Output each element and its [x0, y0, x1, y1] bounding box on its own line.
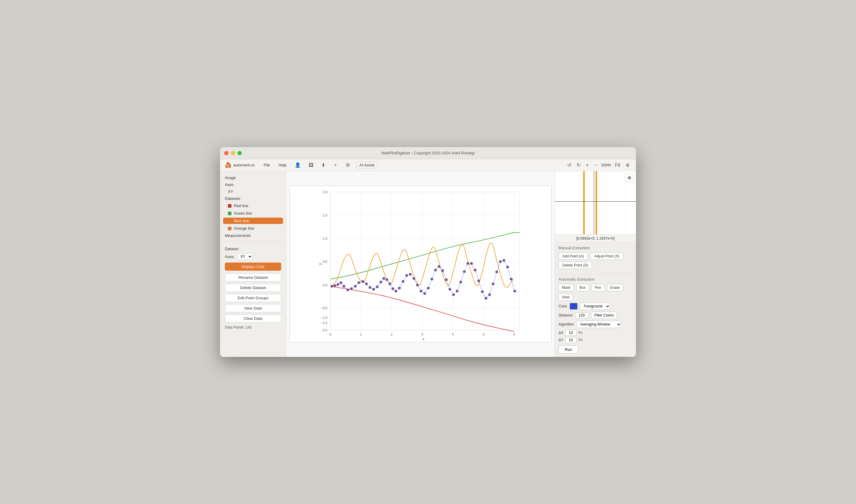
- extraction-row1: Mask Box Pen Erase View: [558, 284, 632, 301]
- automatic-extraction-section: Automatic Extraction Mask Box Pen Erase …: [555, 274, 636, 357]
- dataset-name-orange: Orange line: [234, 226, 254, 231]
- app-window: WebPlotDigitizer - Copyright 2010-2024 A…: [220, 147, 636, 357]
- dataset-item-blue[interactable]: Blue line: [223, 218, 283, 224]
- menu-file[interactable]: File: [262, 162, 272, 168]
- delta-x-input[interactable]: [565, 330, 576, 336]
- dataset-name-green: Green line: [234, 211, 252, 216]
- svg-text:−1.5: −1.5: [321, 321, 328, 325]
- view-button[interactable]: View: [558, 293, 573, 301]
- svg-text:0: 0: [329, 332, 331, 336]
- display-color-button[interactable]: Display Color: [225, 263, 281, 271]
- manual-extraction-title: Manual Extraction: [558, 246, 632, 250]
- datasets-label: Datasets: [223, 196, 283, 201]
- plot-area[interactable]: 2.0 1.5 1.0 0.5 0.0 −0.5 −1.0 −1.5 −2.0 …: [286, 171, 555, 357]
- logo-icon: [225, 162, 231, 168]
- erase-button[interactable]: Erase: [607, 284, 623, 291]
- zoom-level: 100%: [601, 163, 611, 167]
- distance-label: Distance: [558, 313, 573, 318]
- crosshair-icon[interactable]: ⊕: [624, 161, 631, 169]
- svg-text:2.0: 2.0: [323, 190, 327, 194]
- ai-assist-button[interactable]: AI Assist: [356, 162, 378, 168]
- clear-data-button[interactable]: Clear Data: [225, 314, 281, 323]
- minimize-button[interactable]: [231, 151, 235, 155]
- menu-help[interactable]: Help: [277, 162, 288, 168]
- dataset-item-orange[interactable]: Orange line: [223, 225, 283, 232]
- dataset-item-green[interactable]: Green line: [223, 210, 283, 216]
- dataset-name-red: Red line: [234, 203, 248, 208]
- download-icon[interactable]: ⬇: [320, 161, 327, 169]
- color-picker-swatch[interactable]: [570, 303, 577, 310]
- settings-icon[interactable]: ⚙: [344, 161, 352, 169]
- algorithm-select[interactable]: Averaging Window: [576, 321, 622, 328]
- svg-rect-1: [229, 164, 231, 168]
- color-label: Color: [558, 304, 567, 308]
- svg-rect-0: [226, 165, 228, 168]
- delta-x-row: ΔX Px: [558, 330, 632, 336]
- axes-select[interactable]: XY: [237, 253, 253, 260]
- delete-dataset-button[interactable]: Delete Dataset: [225, 284, 281, 292]
- gear-button[interactable]: ⚙: [625, 174, 634, 182]
- view-data-button[interactable]: View Data: [225, 304, 281, 312]
- svg-text:5: 5: [483, 332, 484, 336]
- add-icon[interactable]: ＋: [332, 161, 339, 169]
- delete-point-button[interactable]: Delete Point (D): [558, 262, 592, 269]
- axes-sub-label[interactable]: XY: [223, 189, 283, 194]
- dataset-item-red[interactable]: Red line: [223, 202, 283, 209]
- rotate-right-icon[interactable]: ↻: [575, 161, 582, 169]
- close-button[interactable]: [224, 151, 229, 155]
- rename-dataset-button[interactable]: Rename Dataset: [225, 273, 281, 282]
- data-points-label: Data Points: 143: [223, 324, 283, 331]
- titlebar: WebPlotDigitizer - Copyright 2010-2024 A…: [220, 147, 636, 159]
- mask-button[interactable]: Mask: [558, 284, 574, 291]
- run-button[interactable]: Run: [558, 345, 578, 354]
- automatic-extraction-title: Automatic Extraction: [558, 277, 632, 282]
- svg-text:−2.0: −2.0: [321, 328, 328, 332]
- box-button[interactable]: Box: [576, 284, 589, 291]
- orange-color-swatch: [228, 227, 231, 230]
- maximize-button[interactable]: [237, 151, 242, 155]
- axes-label: Axes: [223, 182, 283, 187]
- pen-button[interactable]: Pen: [591, 284, 604, 291]
- add-point-button[interactable]: Add Point (A): [558, 253, 588, 260]
- dataset-label-row: Dataset: [223, 246, 283, 252]
- image-icon[interactable]: 🖼: [307, 162, 315, 169]
- svg-text:0.5: 0.5: [323, 260, 327, 264]
- svg-text:x: x: [423, 337, 424, 341]
- svg-text:0.0: 0.0: [323, 283, 327, 287]
- distance-input[interactable]: [575, 312, 589, 318]
- profile-icon[interactable]: 👤: [293, 161, 302, 169]
- svg-text:1.5: 1.5: [323, 213, 327, 217]
- window-title: WebPlotDigitizer - Copyright 2010-2024 A…: [381, 151, 475, 155]
- plot-svg: 2.0 1.5 1.0 0.5 0.0 −0.5 −1.0 −1.5 −2.0 …: [289, 186, 552, 342]
- toolbar-controls: ↺ ↻ + − 100% Fit ⊕: [566, 161, 631, 169]
- zoom-in-icon[interactable]: +: [585, 162, 590, 169]
- svg-text:4: 4: [452, 332, 454, 336]
- sidebar: Image Axes XY Datasets Red line Green li…: [220, 171, 286, 357]
- distance-row: Distance Filter Colors: [558, 312, 632, 319]
- svg-text:1: 1: [360, 332, 362, 336]
- foreground-select[interactable]: Foreground: [580, 303, 610, 310]
- measurements-label: Measurements: [223, 233, 283, 238]
- svg-text:3: 3: [421, 332, 423, 336]
- rotate-left-icon[interactable]: ↺: [566, 161, 573, 169]
- filter-colors-button[interactable]: Filter Colors: [591, 312, 617, 319]
- dataset-controls: Dataset Axes: XY Display Color Rename Da…: [223, 246, 283, 331]
- svg-text:6: 6: [513, 332, 515, 336]
- edit-point-groups-button[interactable]: Edit Point Groups: [225, 294, 281, 302]
- logo-area: automeris.io: [225, 162, 255, 168]
- fit-button[interactable]: Fit: [613, 162, 622, 169]
- svg-text:1.0: 1.0: [323, 237, 327, 240]
- axes-select-label: Axes:: [225, 254, 235, 259]
- image-label: Image: [223, 175, 283, 181]
- preview-box: ⚙: [555, 171, 636, 235]
- green-color-swatch: [228, 212, 231, 215]
- delta-y-label: ΔY: [558, 338, 563, 342]
- zoom-out-icon[interactable]: −: [593, 162, 599, 169]
- delta-y-row: ΔY Px: [558, 337, 632, 343]
- manual-extraction-row1: Add Point (A) Adjust Point (S): [558, 253, 632, 260]
- adjust-point-button[interactable]: Adjust Point (S): [590, 253, 623, 260]
- delta-y-input[interactable]: [565, 337, 576, 343]
- dataset-name-blue: Blue line: [234, 218, 249, 223]
- svg-text:y: y: [318, 263, 322, 265]
- delta-x-label: ΔX: [558, 331, 563, 335]
